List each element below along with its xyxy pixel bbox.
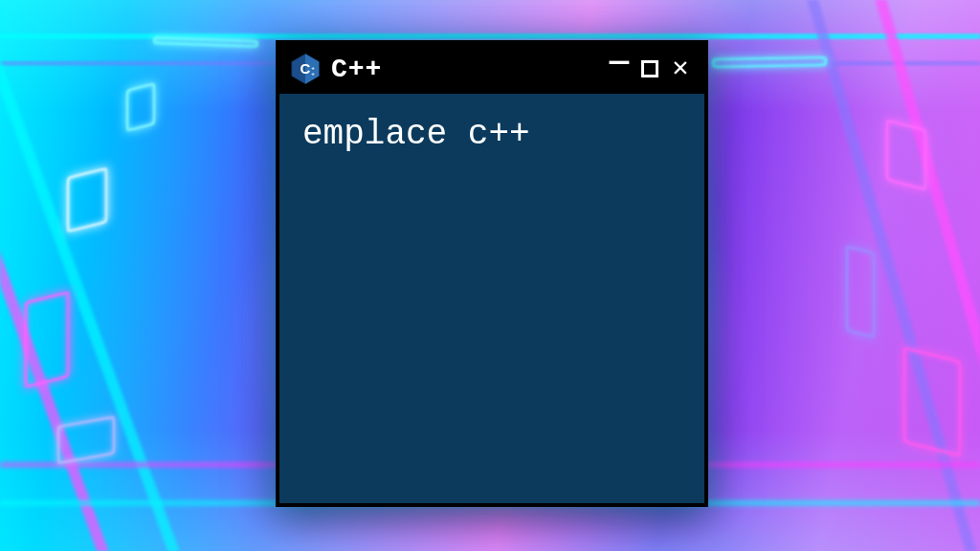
neon-glyph	[886, 120, 926, 190]
maximize-button[interactable]	[641, 60, 658, 77]
neon-glyph	[846, 245, 875, 338]
neon-glyph	[126, 82, 155, 131]
svg-text:C: C	[301, 60, 311, 77]
window-title: C++	[331, 55, 597, 84]
terminal-text: emplace c++	[302, 115, 681, 154]
neon-glyph	[903, 347, 961, 457]
svg-text:+: +	[311, 70, 315, 77]
neon-glyph	[25, 291, 69, 387]
cpp-hex-icon: C + +	[289, 53, 322, 85]
neon-glyph	[67, 167, 107, 232]
close-button[interactable]: ✕	[668, 56, 693, 81]
minimize-button[interactable]: —	[607, 50, 632, 75]
window-controls: — ✕	[607, 56, 693, 81]
terminal-window: C + + C++ — ✕ emplace c++	[276, 40, 708, 507]
terminal-body[interactable]: emplace c++	[279, 94, 704, 175]
titlebar[interactable]: C + + C++ — ✕	[279, 44, 704, 94]
